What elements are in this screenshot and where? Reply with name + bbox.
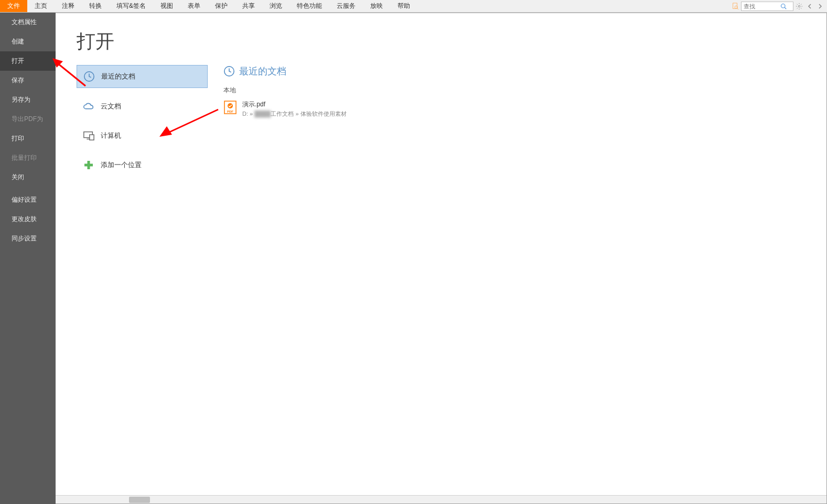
menu-features[interactable]: 特色功能	[289, 0, 329, 12]
location-label: 计算机	[101, 131, 121, 140]
nav-forward-icon[interactable]	[815, 2, 825, 11]
menu-help[interactable]: 帮助	[390, 0, 417, 12]
locations-column: 最近的文档 云文档 计算机	[77, 65, 208, 183]
sidebar-item-close[interactable]: 关闭	[0, 168, 56, 187]
menu-fillsign[interactable]: 填写&签名	[109, 0, 153, 12]
pdf-file-icon: PDF	[223, 100, 237, 115]
menu-annotate[interactable]: 注释	[55, 0, 82, 12]
scrollbar-bottom[interactable]	[56, 495, 826, 503]
menu-slideshow[interactable]: 放映	[363, 0, 390, 12]
computer-icon	[83, 130, 94, 141]
menu-share[interactable]: 共享	[235, 0, 262, 12]
location-cloud[interactable]: 云文档	[77, 95, 208, 117]
sidebar-item-print[interactable]: 打印	[0, 129, 56, 148]
file-info: 演示.pdf D: » ████工作文档 » 体验软件使用素材	[242, 100, 805, 118]
sidebar-item-syncsettings[interactable]: 同步设置	[0, 229, 56, 248]
svg-point-3	[781, 4, 786, 8]
sidebar: 文档属性 创建 打开 保存 另存为 导出PDF为 打印 批量打印 关闭 偏好设置…	[0, 13, 56, 504]
sidebar-item-skin[interactable]: 更改皮肤	[0, 210, 56, 229]
location-add-place[interactable]: 添加一个位置	[77, 154, 208, 176]
file-name: 演示.pdf	[242, 100, 805, 109]
sidebar-item-create[interactable]: 创建	[0, 32, 56, 51]
location-label: 最近的文档	[101, 72, 135, 81]
location-label: 云文档	[101, 102, 121, 111]
menu-convert[interactable]: 转换	[82, 0, 109, 12]
svg-text:PDF: PDF	[227, 110, 233, 113]
recent-heading: 最近的文档	[239, 65, 286, 78]
sidebar-item-batchprint: 批量打印	[0, 148, 56, 168]
plus-icon	[83, 159, 94, 171]
scrollbar-thumb[interactable]	[129, 497, 150, 503]
cloud-icon	[83, 101, 94, 112]
clock-icon	[83, 71, 95, 82]
doc-search-icon[interactable]	[731, 2, 740, 11]
svg-point-5	[798, 5, 800, 7]
menu-view[interactable]: 视图	[153, 0, 180, 12]
sidebar-item-open[interactable]: 打开	[0, 51, 56, 71]
sidebar-item-preferences[interactable]: 偏好设置	[0, 190, 56, 210]
sidebar-item-exportpdf: 导出PDF为	[0, 109, 56, 129]
location-label: 添加一个位置	[101, 160, 142, 170]
location-recent[interactable]: 最近的文档	[77, 65, 208, 88]
settings-icon[interactable]	[794, 2, 804, 11]
search-icon	[780, 3, 787, 9]
search-box[interactable]	[741, 2, 793, 11]
layout: 文档属性 创建 打开 保存 另存为 导出PDF为 打印 批量打印 关闭 偏好设置…	[0, 13, 827, 504]
file-path: D: » ████工作文档 » 体验软件使用素材	[242, 110, 805, 118]
recent-file-item[interactable]: PDF 演示.pdf D: » ████工作文档 » 体验软件使用素材	[223, 98, 805, 120]
menu-home[interactable]: 主页	[27, 0, 55, 12]
menubar: 文件 主页 注释 转换 填写&签名 视图 表单 保护 共享 浏览 特色功能 云服…	[0, 0, 827, 13]
recent-header: 最近的文档	[223, 65, 805, 78]
search-input[interactable]	[744, 3, 780, 9]
menubar-right	[731, 0, 827, 12]
menu-browse[interactable]: 浏览	[262, 0, 289, 12]
content: 打开 最近的文档	[56, 13, 827, 504]
sidebar-item-docprops[interactable]: 文档属性	[0, 13, 56, 32]
svg-line-4	[785, 7, 786, 9]
nav-back-icon[interactable]	[805, 2, 814, 11]
recent-column: 最近的文档 本地 PDF 演示.pdf D: » ████工作文档 » 体验软件…	[223, 65, 805, 183]
clock-icon	[223, 65, 235, 77]
menu-file[interactable]: 文件	[0, 0, 27, 12]
svg-rect-8	[90, 135, 94, 140]
page-title: 打开	[77, 29, 805, 54]
menu-protect[interactable]: 保护	[208, 0, 235, 12]
sidebar-item-saveas[interactable]: 另存为	[0, 90, 56, 109]
sidebar-item-save[interactable]: 保存	[0, 71, 56, 90]
recent-group-label: 本地	[223, 86, 805, 95]
menu-cloud[interactable]: 云服务	[329, 0, 363, 12]
menu-form[interactable]: 表单	[180, 0, 208, 12]
location-computer[interactable]: 计算机	[77, 125, 208, 147]
